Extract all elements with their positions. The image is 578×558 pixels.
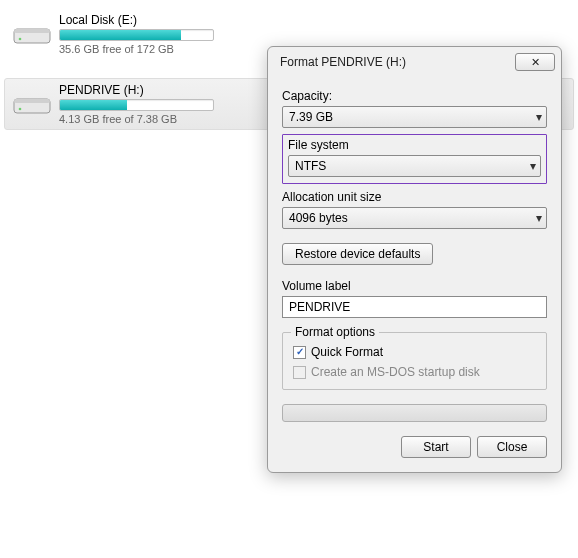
format-dialog: Format PENDRIVE (H:) ✕ Capacity: 7.39 GB… [267, 46, 562, 473]
allocation-value: 4096 bytes [289, 211, 528, 225]
drive-name: Local Disk (E:) [59, 13, 567, 27]
allocation-select[interactable]: 4096 bytes ▾ [282, 207, 547, 229]
capacity-value: 7.39 GB [289, 110, 528, 124]
chevron-down-icon: ▾ [522, 159, 536, 173]
filesystem-value: NTFS [295, 159, 522, 173]
msdos-checkbox [293, 366, 306, 379]
close-icon: ✕ [531, 56, 540, 69]
dialog-footer: Start Close [282, 436, 547, 458]
volume-label-value: PENDRIVE [289, 300, 350, 314]
close-button[interactable]: ✕ [515, 53, 555, 71]
filesystem-label: File system [288, 138, 541, 152]
msdos-label: Create an MS-DOS startup disk [311, 365, 480, 379]
chevron-down-icon: ▾ [528, 110, 542, 124]
filesystem-highlight: File system NTFS ▾ [282, 134, 547, 184]
quick-format-label: Quick Format [311, 345, 383, 359]
dialog-titlebar: Format PENDRIVE (H:) ✕ [268, 47, 561, 77]
restore-defaults-button[interactable]: Restore device defaults [282, 243, 433, 265]
svg-point-5 [19, 108, 22, 111]
drive-usage-bar [59, 99, 214, 111]
start-button[interactable]: Start [401, 436, 471, 458]
drive-usage-bar [59, 29, 214, 41]
volume-label-label: Volume label [282, 279, 547, 293]
svg-rect-4 [14, 99, 50, 103]
volume-label-input[interactable]: PENDRIVE [282, 296, 547, 318]
capacity-label: Capacity: [282, 89, 547, 103]
chevron-down-icon: ▾ [528, 211, 542, 225]
msdos-row: Create an MS-DOS startup disk [293, 365, 536, 379]
hard-disk-icon [11, 89, 53, 119]
allocation-label: Allocation unit size [282, 190, 547, 204]
filesystem-select[interactable]: NTFS ▾ [288, 155, 541, 177]
svg-rect-1 [14, 29, 50, 33]
dialog-title: Format PENDRIVE (H:) [280, 55, 515, 69]
format-options-group: Format options Quick Format Create an MS… [282, 332, 547, 390]
quick-format-checkbox[interactable] [293, 346, 306, 359]
close-dialog-button[interactable]: Close [477, 436, 547, 458]
format-progress-bar [282, 404, 547, 422]
capacity-select[interactable]: 7.39 GB ▾ [282, 106, 547, 128]
quick-format-row[interactable]: Quick Format [293, 345, 536, 359]
svg-point-2 [19, 38, 22, 41]
format-options-legend: Format options [291, 325, 379, 339]
hard-disk-icon [11, 19, 53, 49]
